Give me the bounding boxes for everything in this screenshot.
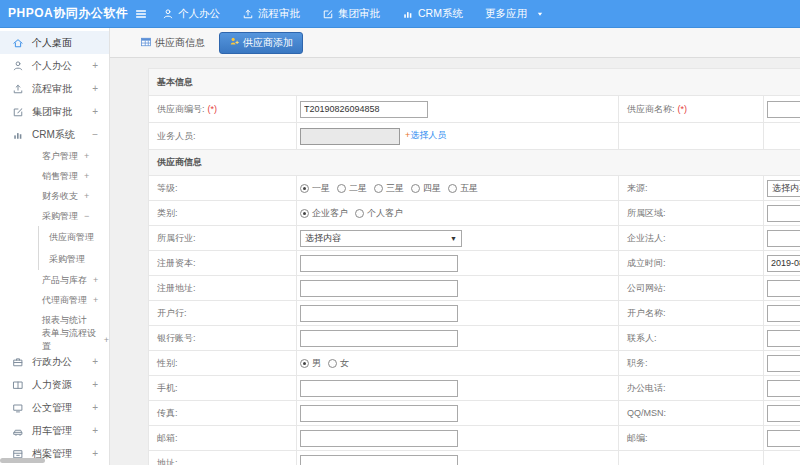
expand-toggle-icon[interactable]: + bbox=[93, 295, 98, 305]
sidebar-item-label: 集团审批 bbox=[32, 105, 72, 119]
expand-toggle-icon[interactable]: + bbox=[92, 425, 98, 436]
nav-more-apps[interactable]: 更多应用 bbox=[485, 7, 545, 21]
radio-button[interactable] bbox=[355, 209, 364, 218]
radio-button[interactable] bbox=[300, 359, 309, 368]
expand-toggle-icon[interactable]: + bbox=[84, 191, 89, 201]
expand-toggle-icon[interactable]: + bbox=[92, 448, 98, 459]
expand-toggle-icon[interactable]: + bbox=[93, 275, 98, 285]
sidebar-item-sales-mgmt[interactable]: 销售管理+ bbox=[0, 166, 109, 186]
radio-button[interactable] bbox=[300, 184, 309, 193]
text-input[interactable] bbox=[767, 380, 800, 397]
sidebar-item-vehicle-mgmt[interactable]: 用车管理+ bbox=[0, 419, 109, 442]
text-input[interactable] bbox=[767, 101, 800, 118]
tab-supplier-add[interactable]: 供应商添加 bbox=[219, 32, 303, 54]
sidebar-item-label: 公文管理 bbox=[32, 401, 72, 415]
field-label: 地址: bbox=[157, 458, 178, 465]
sidebar-item-personal-desktop[interactable]: 个人桌面 bbox=[0, 31, 109, 54]
form-row: 地址: bbox=[149, 451, 800, 465]
sidebar-item-finance-inout[interactable]: 财务收支+ bbox=[0, 186, 109, 206]
tab-label: 供应商添加 bbox=[243, 36, 293, 50]
sidebar-item-admin-office[interactable]: 行政办公+ bbox=[0, 350, 109, 373]
text-input[interactable] bbox=[767, 255, 800, 272]
sidebar-item-purchase-mgmt[interactable]: 采购管理− bbox=[0, 206, 109, 226]
text-input[interactable] bbox=[300, 430, 458, 447]
radio-option[interactable]: 女 bbox=[328, 357, 349, 370]
expand-toggle-icon[interactable]: + bbox=[92, 402, 98, 413]
expand-toggle-icon[interactable]: + bbox=[92, 60, 98, 71]
expand-toggle-icon[interactable]: + bbox=[92, 106, 98, 117]
sidebar-item-supplier-mgmt[interactable]: 供应商管理 bbox=[38, 226, 109, 248]
sidebar-item-crm-system[interactable]: CRM系统− bbox=[0, 123, 109, 146]
hamburger-menu-icon[interactable] bbox=[134, 7, 148, 21]
required-marker: (*) bbox=[208, 104, 218, 114]
text-input[interactable] bbox=[300, 380, 458, 397]
field-label: 性别: bbox=[157, 358, 178, 368]
expand-toggle-icon[interactable]: − bbox=[92, 129, 98, 140]
sidebar-item-human-resource[interactable]: 人力资源+ bbox=[0, 373, 109, 396]
radio-button[interactable] bbox=[328, 359, 337, 368]
sidebar-item-product-stock[interactable]: 产品与库存+ bbox=[0, 270, 109, 290]
tab-label: 供应商信息 bbox=[155, 36, 205, 50]
text-input[interactable] bbox=[767, 205, 800, 222]
radio-option[interactable]: 企业客户 bbox=[300, 207, 348, 220]
expand-toggle-icon[interactable]: + bbox=[84, 151, 89, 161]
expand-toggle-icon[interactable]: + bbox=[104, 335, 109, 345]
sidebar-item-process-approval[interactable]: 流程审批+ bbox=[0, 77, 109, 100]
user-icon bbox=[12, 59, 25, 72]
radio-option[interactable]: 五星 bbox=[448, 182, 478, 195]
nav-crm-system[interactable]: CRM系统 bbox=[402, 7, 463, 21]
sidebar-item-personal-office[interactable]: 个人办公+ bbox=[0, 54, 109, 77]
nav-label: 集团审批 bbox=[338, 7, 380, 21]
text-input[interactable] bbox=[300, 255, 458, 272]
radio-option[interactable]: 个人客户 bbox=[355, 207, 403, 220]
choose-staff-link[interactable]: +选择人员 bbox=[405, 130, 446, 140]
expand-toggle-icon[interactable]: − bbox=[84, 211, 89, 221]
sidebar-scrollbar[interactable] bbox=[0, 458, 45, 463]
radio-option[interactable]: 二星 bbox=[337, 182, 367, 195]
sidebar-item-group-approval[interactable]: 集团审批+ bbox=[0, 100, 109, 123]
sidebar-item-form-flow-setup[interactable]: 表单与流程设置+ bbox=[0, 330, 109, 350]
expand-toggle-icon[interactable]: + bbox=[84, 171, 89, 181]
text-input[interactable] bbox=[767, 305, 800, 322]
tab-supplier-info[interactable]: 供应商信息 bbox=[132, 33, 213, 53]
sidebar-item-document-mgmt[interactable]: 公文管理+ bbox=[0, 396, 109, 419]
sidebar-item-agent-mgmt[interactable]: 代理商管理+ bbox=[0, 290, 109, 310]
text-input[interactable] bbox=[300, 280, 458, 297]
expand-toggle-icon[interactable]: + bbox=[92, 83, 98, 94]
sidebar-item-label: 采购管理 bbox=[42, 210, 78, 223]
nav-group-approval[interactable]: 集团审批 bbox=[322, 7, 380, 21]
radio-option[interactable]: 四星 bbox=[411, 182, 441, 195]
sidebar-item-purchasing[interactable]: 采购管理 bbox=[38, 248, 109, 270]
section-title: 供应商信息 bbox=[149, 150, 800, 176]
radio-option[interactable]: 三星 bbox=[374, 182, 404, 195]
expand-toggle-icon[interactable]: + bbox=[92, 379, 98, 390]
text-input[interactable] bbox=[767, 230, 800, 247]
text-input[interactable] bbox=[767, 280, 800, 297]
form-row: 开户行:开户名称: bbox=[149, 301, 800, 326]
text-input[interactable] bbox=[300, 101, 428, 118]
nav-personal-office[interactable]: 个人办公 bbox=[162, 7, 220, 21]
radio-button[interactable] bbox=[337, 184, 346, 193]
nav-process-approval[interactable]: 流程审批 bbox=[242, 7, 300, 21]
text-input[interactable] bbox=[767, 330, 800, 347]
dropdown-select[interactable]: 选择内容▼ bbox=[300, 230, 462, 247]
process-icon bbox=[242, 8, 254, 20]
sidebar-item-customer-mgmt[interactable]: 客户管理+ bbox=[0, 146, 109, 166]
radio-button[interactable] bbox=[411, 184, 420, 193]
form-row: 性别:男女职务: bbox=[149, 351, 800, 376]
text-input[interactable] bbox=[300, 455, 458, 465]
radio-button[interactable] bbox=[374, 184, 383, 193]
text-input[interactable] bbox=[300, 305, 458, 322]
dropdown-select[interactable]: 选择内容▼ bbox=[767, 180, 800, 197]
radio-button[interactable] bbox=[448, 184, 457, 193]
radio-button[interactable] bbox=[300, 209, 309, 218]
radio-option[interactable]: 一星 bbox=[300, 182, 330, 195]
text-input[interactable] bbox=[300, 405, 458, 422]
text-input[interactable] bbox=[767, 430, 800, 447]
text-input[interactable] bbox=[767, 405, 800, 422]
radio-option[interactable]: 男 bbox=[300, 357, 321, 370]
text-input[interactable] bbox=[767, 355, 800, 372]
text-input[interactable] bbox=[300, 330, 458, 347]
staff-input[interactable] bbox=[300, 128, 400, 145]
expand-toggle-icon[interactable]: + bbox=[92, 356, 98, 367]
